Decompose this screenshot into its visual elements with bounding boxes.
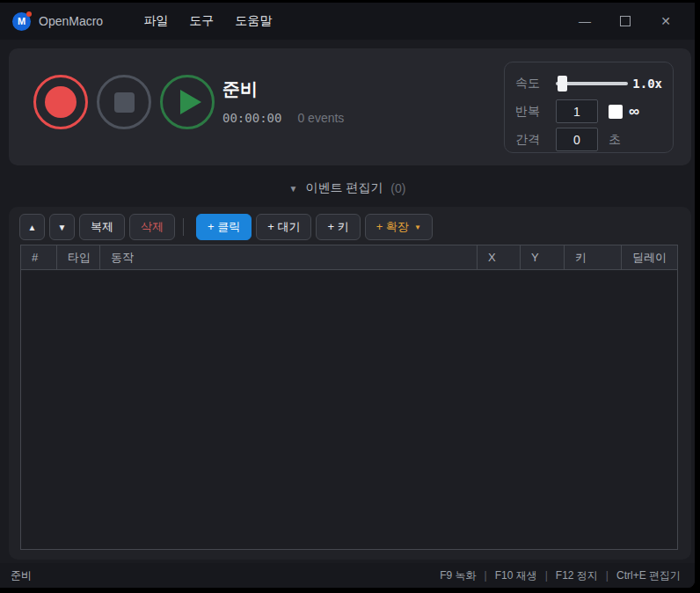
- play-icon: [180, 90, 201, 114]
- infinite-repeat-checkbox[interactable]: [609, 105, 623, 119]
- hotkey-stop: F12 정지: [556, 568, 598, 583]
- move-down-button[interactable]: ▼: [49, 214, 75, 240]
- interval-unit: 초: [609, 132, 621, 148]
- speed-slider-thumb[interactable]: [558, 76, 567, 92]
- maximize-button[interactable]: [605, 3, 645, 40]
- speed-value: 1.0x: [632, 77, 662, 91]
- hotkey-editor: Ctrl+E 편집기: [616, 568, 681, 583]
- column-header-index: #: [21, 245, 56, 269]
- menu-tools[interactable]: 도구: [189, 13, 214, 29]
- repeat-row: 반복 ∞: [515, 99, 662, 123]
- menubar: 파일 도구 도움말: [143, 13, 272, 29]
- status-text: 준비: [11, 568, 32, 583]
- transport-buttons: [33, 75, 215, 129]
- logo-letter: M: [18, 16, 26, 26]
- minimize-button[interactable]: —: [565, 3, 605, 40]
- speed-label: 속도: [515, 76, 547, 92]
- interval-label: 간격: [515, 132, 547, 148]
- column-header-action: 동작: [99, 245, 477, 269]
- speed-slider[interactable]: [556, 76, 628, 92]
- move-up-button[interactable]: ▲: [19, 214, 45, 240]
- menu-help[interactable]: 도움말: [235, 13, 272, 29]
- state-title: 준비: [222, 77, 344, 101]
- event-editor-toggle[interactable]: ▼ 이벤트 편집기 (0): [0, 175, 695, 201]
- hint-separator: |: [606, 569, 609, 582]
- event-editor-count: (0): [390, 181, 405, 195]
- toolbar-separator: [183, 218, 184, 236]
- menu-file[interactable]: 파일: [143, 13, 168, 29]
- add-wait-button[interactable]: + 대기: [256, 214, 311, 240]
- infinity-icon: ∞: [629, 103, 639, 121]
- app-title: OpenMacro: [39, 14, 103, 28]
- resize-grip[interactable]: [690, 583, 692, 585]
- chevron-down-icon: ▼: [289, 184, 298, 194]
- playback-settings-group: 속도 1.0x 반복 ∞ 간격 초: [504, 62, 674, 153]
- window-controls: — ✕: [565, 3, 686, 40]
- hotkey-record: F9 녹화: [440, 568, 476, 583]
- stop-button[interactable]: [97, 75, 151, 129]
- statusbar: 준비 F9 녹화 | F10 재생 | F12 정지 | Ctrl+E 편집기: [0, 563, 695, 588]
- hint-separator: |: [485, 569, 487, 582]
- close-button[interactable]: ✕: [645, 3, 686, 40]
- events-table-header: # 타입 동작 X Y 키 딜레이: [21, 245, 677, 270]
- delete-button[interactable]: 삭제: [129, 214, 175, 240]
- column-header-y: Y: [520, 245, 564, 269]
- interval-row: 간격 초: [515, 128, 662, 151]
- recorder-state: 준비 00:00:00 0 events: [222, 77, 344, 125]
- hint-separator: |: [545, 569, 548, 582]
- titlebar: M OpenMacro 파일 도구 도움말 — ✕: [0, 3, 695, 40]
- editor-toolbar: ▲ ▼ 복제 삭제 + 클릭 + 대기 + 키 + 확장 ▼: [19, 214, 437, 240]
- play-button[interactable]: [160, 75, 215, 129]
- hotkey-hints: F9 녹화 | F10 재생 | F12 정지 | Ctrl+E 편집기: [440, 568, 681, 583]
- chevron-down-icon: ▼: [414, 223, 421, 231]
- events-count: 0 events: [297, 111, 344, 125]
- app-logo-icon: M: [12, 12, 31, 31]
- record-button[interactable]: [33, 75, 88, 129]
- events-table: # 타입 동작 X Y 키 딜레이: [20, 245, 678, 550]
- transport-panel: 준비 00:00:00 0 events 속도 1.0x 반복 ∞: [9, 48, 691, 165]
- app-window: M OpenMacro 파일 도구 도움말 — ✕ 준비 00:00:00 0 …: [0, 3, 695, 588]
- repeat-label: 반복: [515, 104, 547, 120]
- event-editor-panel: ▲ ▼ 복제 삭제 + 클릭 + 대기 + 키 + 확장 ▼ # 타입 동작 X…: [9, 207, 691, 560]
- events-table-body[interactable]: [21, 270, 677, 550]
- interval-input[interactable]: [556, 128, 598, 151]
- add-key-button[interactable]: + 키: [316, 214, 360, 240]
- hotkey-play: F10 재생: [495, 568, 537, 583]
- duplicate-button[interactable]: 복제: [79, 214, 125, 240]
- add-extension-button[interactable]: + 확장 ▼: [365, 214, 433, 240]
- record-icon: [45, 86, 77, 118]
- add-click-button[interactable]: + 클릭: [196, 214, 252, 240]
- column-header-x: X: [477, 245, 520, 269]
- maximize-icon: [620, 16, 631, 26]
- column-header-delay: 딜레이: [621, 245, 677, 269]
- logo-record-dot: [26, 11, 32, 17]
- elapsed-timer: 00:00:00: [222, 111, 281, 125]
- repeat-count-input[interactable]: [556, 99, 598, 123]
- column-header-type: 타입: [56, 245, 99, 269]
- stop-icon: [114, 92, 135, 113]
- column-header-key: 키: [564, 245, 621, 269]
- speed-row: 속도 1.0x: [515, 71, 662, 95]
- event-editor-label: 이벤트 편집기: [305, 180, 383, 196]
- add-extension-label: + 확장: [376, 219, 409, 235]
